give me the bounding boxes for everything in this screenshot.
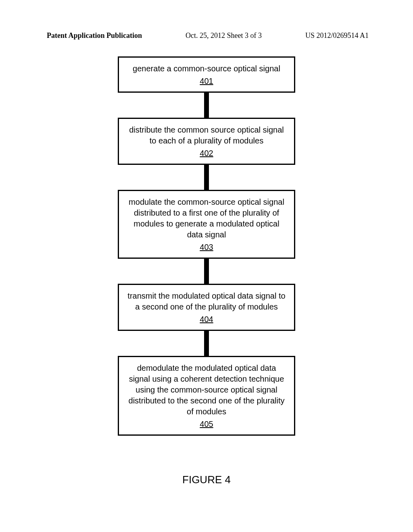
- flow-box-text: demodulate the modulated optical data si…: [129, 364, 285, 416]
- flow-box-401: generate a common-source optical signal …: [118, 56, 295, 93]
- flow-connector: [204, 165, 209, 190]
- header-right: US 2012/0269514 A1: [305, 31, 369, 40]
- flow-box-ref: 404: [200, 314, 213, 325]
- page-header: Patent Application Publication Oct. 25, …: [0, 31, 413, 40]
- page: Patent Application Publication Oct. 25, …: [0, 0, 413, 532]
- flow-box-text: modulate the common-source optical signa…: [129, 197, 284, 239]
- flow-connector: [204, 93, 209, 118]
- flow-box-ref: 405: [200, 419, 213, 430]
- flow-box-text: distribute the common source optical sig…: [129, 125, 284, 145]
- flow-box-ref: 402: [200, 148, 213, 159]
- flow-connector: [204, 331, 209, 356]
- figure-caption: FIGURE 4: [0, 474, 413, 486]
- flow-box-text: transmit the modulated optical data sign…: [127, 291, 285, 311]
- header-left: Patent Application Publication: [47, 31, 142, 40]
- flow-connector: [204, 259, 209, 284]
- flow-box-text: generate a common-source optical signal: [133, 64, 280, 73]
- flow-box-403: modulate the common-source optical signa…: [118, 190, 295, 259]
- flow-box-ref: 403: [200, 242, 213, 253]
- flow-box-405: demodulate the modulated optical data si…: [118, 356, 295, 436]
- flow-box-404: transmit the modulated optical data sign…: [118, 284, 295, 331]
- flow-box-402: distribute the common source optical sig…: [118, 118, 295, 165]
- flowchart: generate a common-source optical signal …: [0, 56, 413, 436]
- header-mid: Oct. 25, 2012 Sheet 3 of 3: [186, 31, 262, 40]
- flow-box-ref: 401: [200, 76, 213, 87]
